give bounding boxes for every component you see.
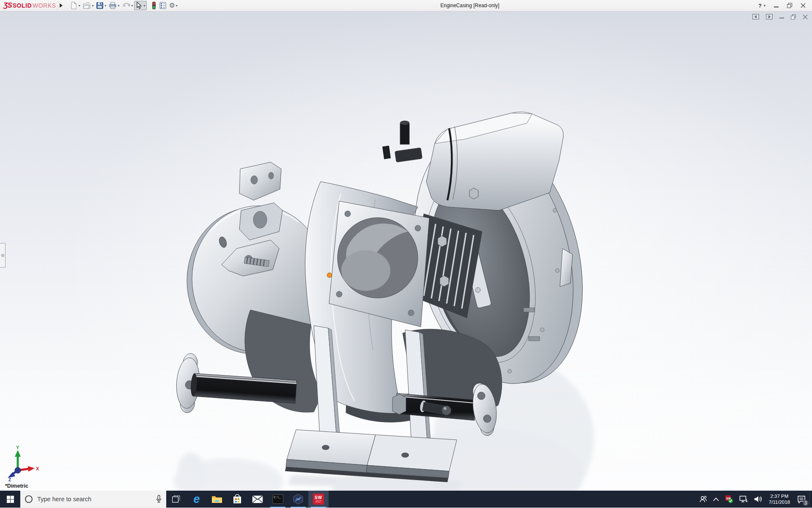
new-dropdown-icon[interactable]: ▾ — [78, 4, 80, 8]
save-button[interactable]: ▾ — [95, 1, 107, 10]
triad-y-label: Y — [16, 445, 19, 450]
minimize-icon — [774, 3, 779, 8]
search-placeholder: Type here to search — [37, 496, 151, 502]
volume-tray-button[interactable] — [751, 491, 765, 508]
file-explorer-icon — [211, 494, 222, 504]
rebuild-button[interactable] — [150, 1, 158, 10]
taskbar-app-solidworks[interactable]: SW 2017 — [308, 491, 329, 508]
solidworks-mark-icon: ƷS — [3, 1, 12, 10]
system-tray: SW 2:37 PM 7/11/2018 3 — [697, 491, 812, 508]
new-document-button[interactable]: ▾ — [69, 1, 81, 10]
menu-flyout-button[interactable] — [58, 1, 64, 10]
windows-logo-icon — [7, 496, 14, 503]
gear-icon: ⚙ — [169, 2, 175, 9]
running-indicator — [270, 507, 285, 508]
open-dropdown-icon[interactable]: ▾ — [92, 4, 93, 8]
taskbar-app-edge[interactable]: e — [187, 491, 207, 508]
print-dropdown-icon[interactable]: ▾ — [118, 4, 119, 8]
window-controls: ?▾ — [758, 3, 809, 9]
start-button[interactable] — [0, 491, 20, 508]
taskbar-app-command-prompt[interactable]: C:\_ — [268, 491, 288, 508]
notification-badge: 3 — [803, 500, 809, 506]
title-bar: ƷS SOLIDWORKS ▾ ▾ ▾ ▾ ▾ — [0, 0, 812, 11]
close-button[interactable] — [800, 3, 806, 8]
action-center-button[interactable]: 3 — [793, 491, 809, 508]
undo-button[interactable]: ▾ — [121, 1, 134, 10]
top-stud — [382, 121, 422, 162]
options-dropdown-icon[interactable]: ▾ — [176, 4, 178, 8]
selection-point-marker — [327, 273, 332, 278]
solidworks-status-tray[interactable]: SW — [722, 491, 736, 508]
view-orientation-label: *Dimetric — [5, 483, 28, 489]
network-tray-button[interactable] — [736, 491, 751, 508]
help-button[interactable]: ?▾ — [758, 3, 765, 9]
tray-time: 2:37 PM — [770, 493, 788, 499]
hexagon-app-icon — [293, 494, 304, 505]
taskbar-clock[interactable]: 2:37 PM 7/11/2018 — [765, 491, 793, 508]
orientation-triad: Y X Z — [3, 445, 40, 481]
people-icon — [700, 495, 707, 503]
undo-icon — [122, 2, 130, 9]
running-indicator — [291, 507, 306, 508]
task-view-icon — [172, 495, 181, 503]
open-button[interactable]: ▾ — [81, 1, 95, 10]
select-cursor-icon — [135, 2, 143, 9]
taskbar-app-file-explorer[interactable] — [207, 491, 227, 508]
rebuild-traffic-light-icon — [151, 1, 156, 10]
taskbar-search-input[interactable]: Type here to search — [20, 491, 166, 508]
select-tool-button[interactable]: ▾ — [134, 1, 146, 10]
triad-z-label: Z — [8, 478, 11, 481]
mail-icon — [252, 495, 263, 503]
minimize-button[interactable] — [773, 3, 779, 8]
task-view-button[interactable] — [166, 491, 187, 508]
edge-icon: e — [193, 494, 200, 505]
quick-access-toolbar: ▾ ▾ ▾ ▾ ▾ ▾ — [69, 1, 181, 10]
help-dropdown-icon[interactable]: ▾ — [764, 4, 765, 8]
open-icon — [82, 2, 91, 9]
store-icon — [232, 494, 242, 504]
taskbar-app-store[interactable] — [227, 491, 247, 508]
solidworks-check-icon: SW — [725, 495, 733, 503]
select-dropdown-icon[interactable]: ▾ — [143, 4, 145, 8]
taskbar-app-mail[interactable] — [247, 491, 268, 508]
people-button[interactable] — [697, 491, 710, 508]
print-icon — [109, 2, 117, 9]
triad-x-label: X — [36, 466, 39, 471]
undo-dropdown-icon[interactable]: ▾ — [131, 4, 133, 8]
close-icon — [801, 3, 806, 8]
new-document-icon — [70, 2, 77, 9]
command-prompt-icon: C:\_ — [272, 494, 283, 504]
solidworks-logo: ƷS SOLIDWORKS — [3, 1, 56, 10]
tray-date: 7/11/2018 — [769, 499, 790, 505]
network-icon — [739, 495, 748, 503]
graphics-viewport[interactable]: .o{stroke:#40454c;stroke-width:.9;} .o2{… — [0, 11, 812, 491]
file-properties-icon — [159, 2, 167, 9]
speaker-icon — [754, 495, 763, 503]
active-indicator — [311, 507, 326, 508]
print-button[interactable]: ▾ — [107, 1, 121, 10]
windows-taskbar: Type here to search e C:\_ SW 2017 — [0, 491, 812, 508]
save-icon — [96, 2, 104, 9]
microphone-icon[interactable] — [156, 495, 162, 503]
window-title: EngineCasing [Read-only] — [181, 3, 758, 8]
show-desktop-button[interactable] — [809, 491, 812, 508]
taskbar-app-hexagon[interactable] — [288, 491, 308, 508]
engine-casing-model[interactable]: .o{stroke:#40454c;stroke-width:.9;} .o2{… — [0, 11, 812, 491]
options-button[interactable]: ⚙ ▾ — [168, 1, 179, 10]
file-properties-button[interactable] — [158, 1, 168, 10]
tray-overflow-button[interactable] — [710, 491, 722, 508]
restore-icon — [787, 3, 792, 8]
save-dropdown-icon[interactable]: ▾ — [104, 4, 106, 8]
flyout-arrow-icon — [60, 3, 63, 8]
restore-button[interactable] — [787, 3, 793, 8]
solidworks-2017-icon: SW 2017 — [313, 494, 324, 505]
cortana-icon — [25, 495, 33, 503]
chevron-up-icon — [713, 497, 719, 501]
